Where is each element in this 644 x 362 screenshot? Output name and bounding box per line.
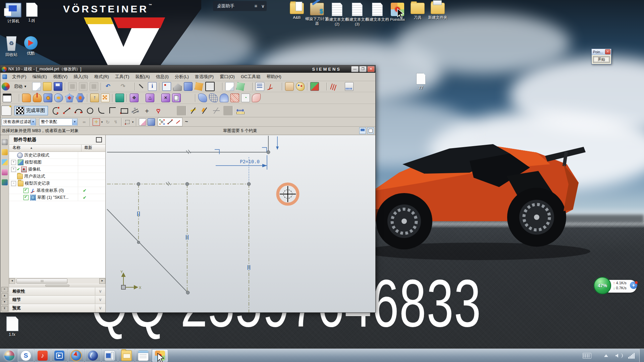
volume-icon[interactable]	[615, 353, 628, 358]
desktop-icon-pointofix[interactable]: Pointofix	[387, 3, 408, 27]
cnc-app-icon[interactable]	[102, 349, 118, 362]
fillet-icon[interactable]	[97, 106, 106, 115]
title-bar[interactable]: NX 10 - 建模 - [_model4.prt（修改的）] SIEMENS …	[0, 65, 375, 73]
snap-midpoint-icon[interactable]	[175, 119, 181, 125]
tree-row-history-mode[interactable]: 历史记录模式	[9, 152, 105, 159]
copy-face-icon[interactable]	[172, 94, 181, 102]
separator[interactable]	[101, 82, 102, 90]
window-star-icon[interactable]	[1, 106, 11, 116]
snap-endpoint-icon[interactable]	[167, 119, 173, 125]
touch-keyboard-icon[interactable]	[583, 353, 591, 359]
close-button[interactable]: ✕	[367, 66, 375, 72]
touch-hand-icon[interactable]	[285, 82, 294, 91]
expand-toggle[interactable]	[11, 188, 15, 193]
tree-row-cameras[interactable]: + ✔ 摄像机	[9, 166, 105, 173]
desktop-icon-textdoc-3[interactable]: 新建文本文档 (3)	[347, 3, 367, 27]
section-dependencies[interactable]: 相依性 ∨	[9, 287, 105, 296]
strip-page-button[interactable]: ≡	[1, 287, 8, 292]
menu-file[interactable]: 文件(F)	[9, 73, 30, 81]
browser-orb-icon[interactable]	[85, 349, 101, 362]
menu-preferences[interactable]: 首选项(P)	[192, 73, 217, 81]
shaded-cube-icon[interactable]	[184, 82, 193, 91]
netspeed-widget[interactable]: 47% ↑4.1K/s ↓0.7K/s +	[594, 277, 637, 296]
menu-view[interactable]: 视图(V)	[50, 73, 70, 81]
scroll-right-arrow[interactable]: ►	[99, 278, 105, 284]
constraint-lines-icon[interactable]	[330, 82, 338, 90]
desktop-icon-tools-folder[interactable]: 刀具	[408, 3, 428, 27]
separator[interactable]	[307, 82, 308, 90]
snap-move-icon[interactable]	[93, 118, 100, 126]
strip-down-button[interactable]: ▼	[1, 300, 8, 305]
menu-gc-toolbox[interactable]: GC工具箱	[238, 73, 264, 81]
dropdown-arrow[interactable]	[321, 82, 324, 90]
orient-view-icon[interactable]	[173, 82, 182, 91]
notepad-icon[interactable]	[135, 349, 151, 362]
studio-spline-icon[interactable]	[154, 106, 163, 115]
menu-analysis[interactable]: 分析(L)	[172, 73, 192, 81]
separator[interactable]	[252, 82, 253, 90]
assembly-load-icon[interactable]	[359, 127, 366, 134]
separator[interactable]	[87, 94, 88, 102]
point-icon[interactable]	[142, 106, 152, 115]
snap-curve-icon[interactable]	[183, 119, 190, 125]
paste-icon-disabled[interactable]	[90, 82, 98, 91]
reuse-library-tab[interactable]	[2, 169, 8, 175]
menu-tools[interactable]: 工具(T)	[112, 73, 132, 81]
desktop-icon-77[interactable]: 77	[410, 73, 431, 90]
dropdown-arrow[interactable]	[340, 82, 343, 90]
section-details[interactable]: 细节 ∨	[9, 296, 105, 304]
blend-pebble-icon[interactable]	[54, 94, 63, 102]
flip-surface-icon[interactable]	[252, 94, 261, 102]
collapse-chevron-icon[interactable]: ∨	[95, 296, 105, 304]
pointofix-title-bar[interactable]: Poin... x	[592, 49, 611, 55]
separator[interactable]	[135, 82, 136, 90]
snap-orient-icon[interactable]	[112, 119, 119, 125]
finish-sketch-button[interactable]: 完成草图	[14, 106, 48, 115]
menu-insert[interactable]: 插入(S)	[70, 73, 91, 81]
nx-launcher-icon[interactable]	[68, 349, 84, 362]
snap-point-icon[interactable]	[159, 119, 165, 125]
desktop-icon-youku[interactable]: 优酷	[20, 36, 42, 56]
lift-body-icon[interactable]	[90, 94, 99, 102]
dropdown-arrow[interactable]	[129, 82, 132, 90]
start-button[interactable]	[2, 350, 17, 362]
file-explorer-icon[interactable]	[118, 349, 135, 362]
dropdown-arrow[interactable]	[276, 82, 279, 90]
separator[interactable]	[112, 94, 113, 102]
cut-icon-disabled[interactable]	[68, 82, 77, 91]
interpart-links-icon[interactable]	[81, 119, 88, 125]
combo-arrow-icon[interactable]: ▼	[72, 119, 77, 125]
history-tab[interactable]	[2, 179, 8, 185]
desktop-icon-textdoc[interactable]: 新建文本文档	[367, 3, 387, 27]
dropdown-arrow[interactable]	[247, 82, 250, 90]
menu-help[interactable]: 帮助(H)	[263, 73, 284, 81]
dome-surface-icon[interactable]	[220, 94, 228, 102]
minimize-button[interactable]: —	[351, 66, 359, 72]
tree-column-headers[interactable]: 名称▲ 最新	[9, 145, 105, 152]
hamburger-menu-icon[interactable]: ≡	[253, 3, 259, 9]
mesh-surface-icon[interactable]	[230, 94, 239, 102]
maximize-button[interactable]: ❐	[359, 66, 367, 72]
section-preview[interactable]: 预览 ∨	[9, 304, 105, 312]
boolean-claw-icon[interactable]	[65, 94, 74, 102]
datum-shell-icon[interactable]	[22, 94, 31, 102]
undo-icon[interactable]	[104, 82, 112, 90]
collapse-chevron-icon[interactable]: ∨	[95, 288, 105, 295]
separator[interactable]	[223, 106, 233, 115]
expand-toggle[interactable]: −	[11, 181, 16, 186]
chamfer-hex-icon[interactable]	[76, 94, 85, 102]
video-app-icon[interactable]	[51, 349, 67, 362]
memory-percent-badge[interactable]: 47%	[594, 277, 611, 294]
visualization-sheet-icon[interactable]	[310, 82, 319, 91]
menu-window[interactable]: 窗口(O)	[217, 73, 238, 81]
role-palette-icon[interactable]	[296, 82, 305, 91]
visibility-checkbox[interactable]	[23, 188, 29, 193]
display-plane-icon[interactable]	[3, 94, 11, 102]
expand-toggle[interactable]: +	[11, 160, 16, 165]
part-navigator-tab[interactable]	[2, 159, 8, 165]
expand-toggle[interactable]	[11, 195, 15, 200]
strip-up-button[interactable]: ▲	[1, 293, 8, 299]
separator[interactable]	[65, 82, 66, 90]
extend-icon[interactable]	[200, 106, 210, 115]
menu-format[interactable]: 格式(R)	[91, 73, 112, 81]
